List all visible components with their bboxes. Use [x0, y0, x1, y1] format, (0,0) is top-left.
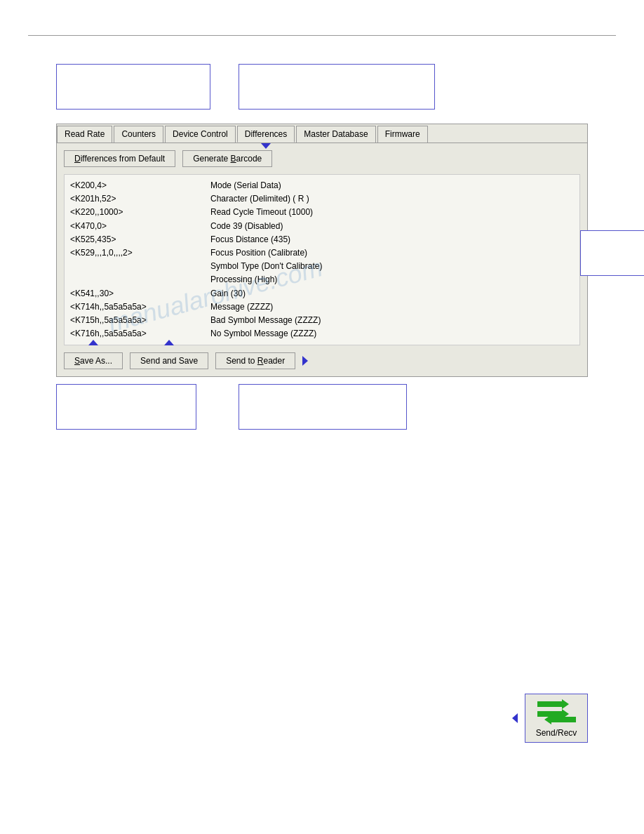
send-recv-wrapper: Send/Recv	[525, 694, 588, 743]
differences-from-default-wrapper: Differences from Default	[64, 150, 175, 167]
send-and-save-wrapper: Send and Save	[130, 352, 208, 369]
tab-read-rate[interactable]: Read Rate	[57, 126, 112, 143]
diff-row-processing: Processing (High)	[70, 273, 574, 286]
bottom-buttons-row: Save As... Send and Save Send to Reader	[64, 352, 580, 369]
send-to-reader-wrapper: Send to Reader	[215, 352, 295, 369]
diff-desc-k220: Read Cycle Timeout (1000)	[210, 206, 574, 219]
diff-code-empty1	[70, 260, 210, 273]
diff-list: <K200,4> Mode (Serial Data) <K201h,52> C…	[64, 174, 580, 345]
diff-code-k220: <K220,,1000>	[70, 206, 210, 219]
diff-code-k541: <K541,,30>	[70, 287, 210, 300]
diff-code-k715: <K715h,,5a5a5a5a>	[70, 314, 210, 327]
differences-from-default-label: Differences from Default	[74, 154, 165, 164]
tab-firmware-label: Firmware	[385, 129, 420, 139]
diff-desc-k525: Focus Distance (435)	[210, 233, 574, 246]
tab-device-control[interactable]: Device Control	[165, 126, 236, 143]
diff-row-k470: <K470,0> Code 39 (Disabled)	[70, 220, 574, 233]
diff-row-k714: <K714h,,5a5a5a5a> Message (ZZZZ)	[70, 300, 574, 314]
send-to-reader-label: Send to Reader	[226, 356, 285, 366]
save-as-arrow	[88, 340, 98, 345]
send-recv-left-arrow	[512, 713, 518, 723]
content-area: Differences from Default Generate Barcod…	[57, 143, 587, 376]
diff-desc-processing: Processing (High)	[210, 273, 574, 286]
diff-code-k201: <K201h,52>	[70, 192, 210, 206]
diff-row-k541: <K541,,30> Gain (30)	[70, 287, 574, 300]
save-as-button[interactable]: Save As...	[64, 352, 123, 369]
tab-counters[interactable]: Counters	[114, 126, 163, 143]
tab-master-database[interactable]: Master Database	[296, 126, 375, 143]
small-overlay-box	[580, 230, 644, 276]
diff-desc-symbol-type: Symbol Type (Don't Calibrate)	[210, 260, 574, 273]
diff-code-k529: <K529,,,1,0,,,,2>	[70, 246, 210, 260]
send-and-save-arrow	[164, 340, 174, 345]
top-boxes-row	[56, 64, 588, 110]
send-recv-label: Send/Recv	[536, 728, 577, 738]
tab-master-database-label: Master Database	[304, 129, 368, 139]
send-recv-arrows-svg	[537, 699, 576, 726]
diff-row-k529: <K529,,,1,0,,,,2> Focus Position (Calibr…	[70, 246, 574, 260]
diff-code-k200: <K200,4>	[70, 179, 210, 192]
send-recv-box[interactable]: Send/Recv	[525, 694, 588, 743]
send-to-reader-button[interactable]: Send to Reader	[215, 352, 295, 369]
generate-barcode-label: Generate Barcode	[193, 154, 262, 164]
diff-row-symbol-type: Symbol Type (Don't Calibrate)	[70, 260, 574, 273]
diff-desc-k470: Code 39 (Disabled)	[210, 220, 574, 233]
send-to-reader-arrow	[302, 356, 308, 366]
diff-row-k220: <K220,,1000> Read Cycle Timeout (1000)	[70, 206, 574, 219]
top-divider	[28, 35, 616, 36]
tab-read-rate-label: Read Rate	[65, 129, 105, 139]
tab-firmware[interactable]: Firmware	[377, 126, 428, 143]
differences-from-default-button[interactable]: Differences from Default	[64, 150, 175, 167]
generate-barcode-button[interactable]: Generate Barcode	[182, 150, 272, 167]
action-buttons-row: Differences from Default Generate Barcod…	[64, 150, 580, 167]
diff-row-k715: <K715h,,5a5a5a5a> Bad Symbol Message (ZZ…	[70, 314, 574, 327]
tab-differences[interactable]: Differences	[237, 126, 295, 143]
diff-desc-k200: Mode (Serial Data)	[210, 179, 574, 192]
diff-code-k716: <K716h,,5a5a5a5a>	[70, 327, 210, 340]
diff-row-k201: <K201h,52> Character (Delimited) ( R )	[70, 192, 574, 206]
top-box-right	[239, 64, 435, 110]
diff-desc-k716: No Symbol Message (ZZZZ)	[210, 327, 574, 340]
svg-marker-0	[537, 699, 569, 709]
diff-code-k714: <K714h,,5a5a5a5a>	[70, 300, 210, 314]
diff-row-k716: <K716h,,5a5a5a5a> No Symbol Message (ZZZ…	[70, 327, 574, 340]
send-and-save-button[interactable]: Send and Save	[130, 352, 208, 369]
bottom-boxes-row	[56, 384, 588, 430]
save-as-wrapper: Save As...	[64, 352, 123, 369]
save-as-label: Save As...	[74, 356, 112, 366]
tab-counters-label: Counters	[121, 129, 156, 139]
diff-desc-k529: Focus Position (Calibrate)	[210, 246, 574, 260]
diff-row-k525: <K525,435> Focus Distance (435)	[70, 233, 574, 246]
tab-device-control-label: Device Control	[173, 129, 228, 139]
diff-desc-k201: Character (Delimited) ( R )	[210, 192, 574, 206]
diff-code-k525: <K525,435>	[70, 233, 210, 246]
bottom-box-left	[56, 384, 196, 430]
main-dialog: Read Rate Counters Device Control Differ…	[56, 124, 588, 377]
diff-code-k470: <K470,0>	[70, 220, 210, 233]
diff-code-empty2	[70, 273, 210, 286]
diff-desc-k715: Bad Symbol Message (ZZZZ)	[210, 314, 574, 327]
tab-differences-arrow	[261, 143, 271, 149]
bottom-box-right	[239, 384, 407, 430]
send-recv-area: Send/Recv	[525, 694, 588, 743]
tab-differences-label: Differences	[245, 129, 287, 139]
diff-list-wrapper: <K200,4> Mode (Serial Data) <K201h,52> C…	[64, 174, 580, 345]
diff-row-k200: <K200,4> Mode (Serial Data)	[70, 179, 574, 192]
diff-desc-k714: Message (ZZZZ)	[210, 300, 574, 314]
tab-bar: Read Rate Counters Device Control Differ…	[57, 124, 587, 143]
diff-desc-k541: Gain (30)	[210, 287, 574, 300]
send-recv-icon	[537, 699, 576, 726]
top-box-left	[56, 64, 210, 110]
send-and-save-label: Send and Save	[140, 356, 198, 366]
